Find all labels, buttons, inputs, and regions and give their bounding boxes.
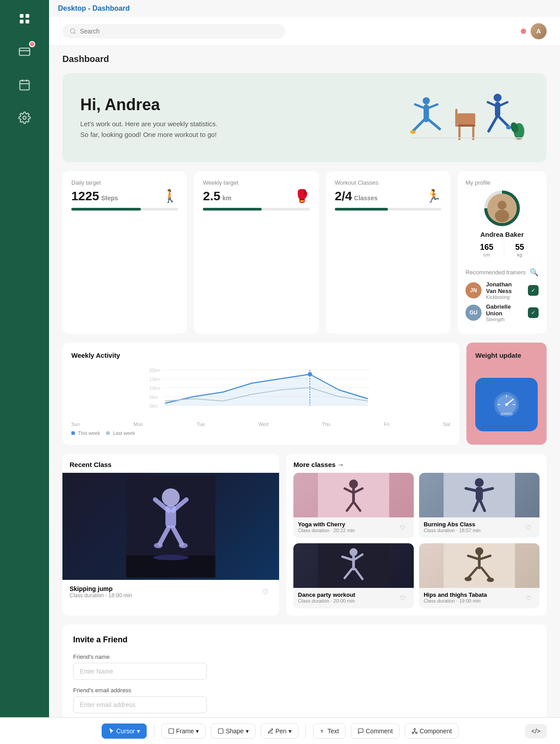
hero-illustration-svg	[404, 87, 529, 149]
more-classes-card: More classes →	[286, 454, 547, 616]
friend-email-input[interactable]	[73, 696, 207, 713]
daily-target-progress	[71, 208, 178, 211]
workout-classes-unit: Classes	[354, 194, 378, 202]
svg-line-16	[426, 118, 440, 129]
svg-point-101	[487, 578, 494, 582]
activity-chart-svg: 20km 15km 10km 5km 0km	[71, 365, 450, 419]
burning-abs-name: Burning Abs Class	[424, 521, 481, 528]
svg-rect-3	[25, 20, 29, 23]
weekly-target-progress	[203, 208, 309, 211]
shape-button[interactable]: Shape ▾	[211, 723, 255, 739]
sidebar	[0, 0, 49, 744]
trainer-1-check[interactable]: ✓	[528, 285, 539, 296]
svg-text:20km: 20km	[149, 368, 160, 373]
activity-title: Weekly Activity	[71, 351, 450, 359]
toolbar-divider-2	[305, 724, 306, 738]
pen-button[interactable]: Pen ▾	[261, 723, 298, 739]
recent-class-heart-button[interactable]: ♡	[259, 585, 272, 599]
component-button[interactable]: Component	[405, 723, 458, 739]
svg-rect-1	[25, 14, 29, 18]
trainer-2-name: Gabrielle Union	[486, 303, 523, 317]
svg-text:10km: 10km	[149, 386, 160, 391]
burning-abs-heart-button[interactable]: ♡	[522, 521, 535, 534]
user-avatar[interactable]: A	[531, 23, 547, 39]
trainer-item-2: GU Gabrielle Union Strength ✓	[465, 303, 539, 322]
main-content: Desktop - Dashboard A Dashboard Hi, Andr…	[49, 0, 560, 744]
day-sat: Sat	[443, 422, 450, 427]
daily-target-value-row: 1225 Steps 🚶	[71, 189, 178, 203]
text-button[interactable]: T Text	[313, 723, 346, 739]
sidebar-item-calendar[interactable]	[15, 75, 34, 95]
weekly-target-label: Weekly target	[203, 179, 309, 186]
profile-height-unit: cm	[480, 252, 493, 257]
svg-point-37	[498, 201, 506, 210]
page-title-bar: Dashboard	[49, 46, 560, 69]
trainer-2-check[interactable]: ✓	[528, 307, 539, 318]
svg-rect-4	[19, 48, 29, 55]
sidebar-item-dashboard[interactable]	[15, 9, 34, 29]
hips-image	[419, 543, 539, 588]
yoga-details: Yoga with Cherry Class duration · 20:22 …	[298, 521, 355, 533]
svg-text:15km: 15km	[149, 377, 160, 382]
dance-heart-button[interactable]: ♡	[396, 591, 409, 605]
trainer-1-specialty: Kickboxing	[486, 294, 523, 300]
yoga-illustration	[293, 473, 414, 517]
weight-title: Weight update	[475, 351, 538, 359]
weight-card: Weight update	[466, 343, 547, 445]
recent-class-name: Skipping jump	[70, 585, 132, 592]
dance-illustration	[293, 543, 414, 588]
frame-button[interactable]: Frame ▾	[161, 723, 206, 739]
invite-section: Invite a Friend Friend's name Friend's e…	[62, 624, 547, 731]
search-icon	[70, 28, 76, 35]
class-burning-abs: Burning Abs Class Class duration · 18:57…	[419, 473, 539, 538]
code-button[interactable]: </>	[525, 724, 547, 738]
sidebar-item-settings[interactable]	[15, 108, 34, 128]
trainers-search-icon[interactable]: 🔍	[530, 268, 539, 277]
svg-point-100	[465, 577, 472, 581]
legend-last-week: Last week	[106, 430, 135, 436]
day-wed: Wed	[258, 422, 268, 427]
workout-classes-card: Workout Classes 2/4 Classes 🏃	[326, 171, 450, 334]
page-title: Dashboard	[62, 54, 547, 64]
hero-subtitle: Let's work out. Here are your weekly sta…	[80, 119, 218, 140]
steps-icon: 🚶	[162, 189, 178, 203]
bottom-toolbar: Cursor ▾ Frame ▾ Shape ▾ Pen ▾ T Text Co…	[49, 717, 560, 744]
svg-rect-24	[455, 109, 457, 127]
profile-stats-divider	[504, 243, 504, 257]
friend-name-input[interactable]	[73, 663, 207, 680]
search-bar[interactable]	[62, 24, 285, 38]
hips-heart-button[interactable]: ♡	[522, 591, 535, 605]
profile-height-value: 165	[480, 243, 493, 252]
dance-duration: Class duration · 20:00 min	[298, 598, 355, 603]
svg-text:5km: 5km	[149, 395, 158, 400]
legend-this-week: This week	[71, 430, 100, 436]
svg-point-80	[475, 478, 484, 487]
dance-details: Dance party workout Class duration · 20:…	[298, 591, 355, 603]
daily-progress-fill	[71, 208, 141, 211]
trainers-title-row: Recommended trainers 🔍	[465, 268, 539, 277]
cursor-button[interactable]: Cursor ▾	[102, 723, 147, 739]
profile-ring	[484, 190, 520, 226]
sidebar-item-card[interactable]	[15, 42, 34, 62]
frame-icon	[168, 728, 174, 734]
weight-scale-icon	[489, 387, 524, 422]
trainer-1-avatar: JN	[465, 282, 482, 298]
svg-point-11	[70, 29, 75, 33]
profile-height: 165 cm	[480, 243, 493, 257]
svg-line-15	[413, 118, 426, 131]
search-input[interactable]	[80, 28, 278, 35]
activity-card: Weekly Activity 20km 15km 10km 5km 0km	[62, 343, 459, 445]
hips-details: Hips and thighs Tabata Class duration · …	[424, 591, 487, 603]
comment-button[interactable]: Comment	[351, 723, 399, 739]
svg-rect-102	[169, 728, 173, 733]
yoga-heart-button[interactable]: ♡	[396, 521, 409, 534]
svg-point-63	[162, 488, 180, 506]
burning-abs-image	[419, 473, 539, 517]
more-classes-title: More classes →	[293, 461, 344, 468]
dance-image	[293, 543, 414, 588]
chart-legend: This week Last week	[71, 430, 450, 436]
day-mon: Mon	[134, 422, 143, 427]
svg-text:0km: 0km	[149, 404, 158, 409]
svg-point-71	[153, 555, 189, 560]
class-yoga: Yoga with Cherry Class duration · 20:22 …	[293, 473, 414, 538]
